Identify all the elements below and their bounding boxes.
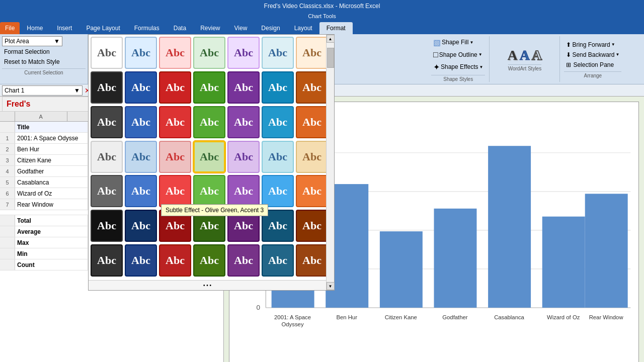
tab-insert[interactable]: Insert [50,22,79,34]
wordart-sample-2[interactable]: A [520,47,530,63]
style-cell[interactable]: Abc [227,244,260,277]
wordart-sample-3[interactable]: A [532,47,542,63]
cell-title[interactable]: Citizen Kane [15,155,88,165]
style-cell[interactable]: Abc [159,141,191,173]
style-cell[interactable]: Abc [262,37,294,69]
shape-styles-section: ▧ Shape Fill ▼ □ Shape Outline ▼ ✦ Shape… [427,36,490,82]
tab-file[interactable]: File [0,22,20,34]
style-cell[interactable]: Abc [262,175,294,207]
style-cell[interactable]: Abc [227,37,260,69]
style-cell[interactable]: Abc [296,175,328,207]
svg-text:Wizard of Oz: Wizard of Oz [547,314,580,320]
selection-pane-btn[interactable]: ⊞ Selection Pane [564,60,621,69]
scroll-down-btn[interactable]: ▼ [327,282,335,290]
style-cell[interactable]: Abc [193,244,225,277]
abc-label: Abc [166,185,185,198]
style-cell[interactable]: Abc [125,141,157,173]
expand-button[interactable]: • • • [89,280,326,290]
tab-view[interactable]: View [227,22,255,34]
cell-title[interactable]: Godfather [15,166,88,176]
chart-name-box[interactable]: Chart 1 ▼ [2,85,83,96]
style-cell[interactable]: Abc [262,141,294,173]
style-cell[interactable]: Abc [91,37,123,69]
style-cell[interactable]: Abc [91,71,123,104]
ribbon-right: ▧ Shape Fill ▼ □ Shape Outline ▼ ✦ Shape… [425,34,644,84]
tab-data[interactable]: Data [167,22,193,34]
style-cell[interactable]: Abc [296,244,328,277]
stat-row-num [0,226,15,237]
abc-label: Abc [166,116,185,129]
chart-name-arrow[interactable]: ▼ [74,87,80,94]
style-cell[interactable]: Abc [125,71,157,104]
name-box[interactable]: Plot Area ▼ [2,36,62,46]
style-cell[interactable]: Abc [262,71,294,104]
name-box-arrow[interactable]: ▼ [54,38,60,45]
send-backward-btn[interactable]: ⬇ Send Backward ▼ [564,50,621,59]
cell-title[interactable]: Ben Hur [15,144,88,154]
shape-fill-arrow[interactable]: ▼ [469,40,473,45]
tab-review[interactable]: Review [193,22,227,34]
bring-forward-btn[interactable]: ⬆ Bring Forward ▼ [564,40,621,49]
style-cell[interactable]: Abc [227,175,260,207]
shape-fill-btn[interactable]: ▧ Shape Fill ▼ [431,37,485,48]
style-cell[interactable]: Abc [159,244,191,277]
abc-label: Abc [268,185,287,198]
shape-effects-btn[interactable]: ✦ Shape Effects ▼ [431,61,485,73]
style-cell[interactable]: Abc [91,175,123,207]
cell-title[interactable]: Rear Window [15,199,88,210]
style-cell[interactable]: Abc [91,244,123,277]
stat-label: Count [15,259,88,270]
style-cell[interactable]: Abc [227,141,260,173]
style-cell[interactable]: Abc [193,37,225,69]
style-cell[interactable]: Abc [296,71,328,104]
tab-page-layout[interactable]: Page Layout [79,22,127,34]
svg-rect-22 [542,217,585,308]
style-cell[interactable]: Abc [193,71,225,104]
style-cell[interactable]: Abc [193,106,225,138]
cell-title[interactable]: 2001: A Space Odysse [15,133,88,143]
shape-outline-btn[interactable]: □ Shape Outline ▼ [431,49,485,60]
abc-label: Abc [97,185,116,198]
cell-title[interactable]: Wizard of Oz [15,188,88,199]
style-cell[interactable]: Abc [262,244,294,277]
row-num: 5 [0,177,15,188]
shape-outline-arrow[interactable]: ▼ [478,52,482,57]
style-cell[interactable]: Abc [296,210,328,242]
style-cell[interactable]: Abc [193,175,225,207]
style-cell[interactable]: Abc [227,71,260,104]
format-selection-btn[interactable]: Format Selection [2,47,86,56]
style-cell[interactable]: Abc [125,244,157,277]
style-cell[interactable]: Abc [159,106,191,138]
style-cell[interactable]: Abc [125,106,157,138]
shape-effects-arrow[interactable]: ▼ [479,65,484,69]
tab-layout[interactable]: Layout [287,22,319,34]
style-cell[interactable]: Abc [91,106,123,138]
styles-grid: AbcAbcAbcAbcAbcAbcAbcAbcAbcAbcAbcAbcAbcA… [89,35,334,280]
tab-format[interactable]: Format [319,22,353,34]
style-cell[interactable]: Abc [125,175,157,207]
style-cell[interactable]: Abc [125,37,157,69]
style-cell[interactable]: Abc [125,210,157,242]
reset-to-match-style-btn[interactable]: Reset to Match Style [2,57,86,66]
style-cell[interactable]: Abc [296,141,328,173]
bring-forward-arrow[interactable]: ▼ [611,42,615,47]
send-backward-arrow[interactable]: ▼ [615,52,619,57]
scroll-up-btn[interactable]: ▲ [327,35,335,43]
style-cell[interactable]: Abc [296,106,328,138]
cell-title[interactable]: Casablanca [15,177,88,188]
wordart-sample-1[interactable]: A [508,47,518,63]
tab-design[interactable]: Design [254,22,287,34]
tab-formulas[interactable]: Formulas [127,22,167,34]
ribbon-tabs: File Home Insert Page Layout Formulas Da… [0,20,644,34]
style-cell[interactable]: Abc [91,210,123,242]
style-cell[interactable]: Abc [296,37,328,69]
style-cell[interactable]: Abc [262,106,294,138]
tab-home[interactable]: Home [20,22,50,34]
style-cell[interactable]: Abc [227,106,260,138]
style-cell[interactable]: Abc [159,37,191,69]
col-title-header: Title [15,122,88,132]
style-cell[interactable]: Abc [193,141,225,173]
style-cell[interactable]: Abc [159,71,191,104]
style-cell[interactable]: Abc [91,141,123,173]
style-cell[interactable]: Abc [159,175,191,207]
